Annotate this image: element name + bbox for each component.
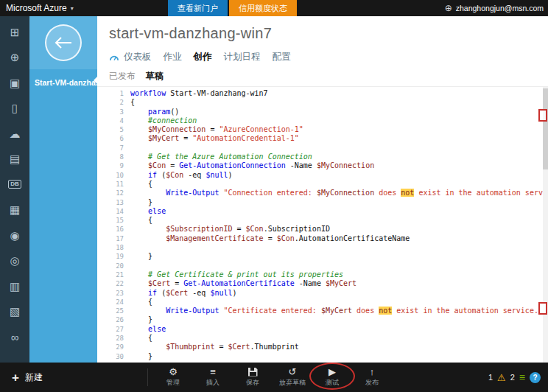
code-line: 21 # Get Certificate & print out its pro… xyxy=(97,270,548,279)
play-icon: ▶ xyxy=(329,367,336,377)
azure-logo[interactable]: Microsoft Azure xyxy=(6,3,67,13)
code-lines: 1workflow Start-VM-danzhang-win72{3 para… xyxy=(97,89,548,363)
help-button[interactable]: ? xyxy=(530,372,541,383)
cloud-services-icon[interactable]: ☁ xyxy=(0,121,29,147)
code-line: 5 $MyConnection = "AzureConnection-1" xyxy=(97,125,548,134)
main-content: start-vm-danzhang-win7 仪表板作业创作计划日程配置 已发布… xyxy=(97,16,548,363)
tab-items: 仪表板作业创作计划日程配置 xyxy=(124,51,291,63)
manage-command[interactable]: ⚙管理 xyxy=(153,363,193,392)
line-number: 17 xyxy=(97,234,130,243)
code-line: 10 if ($Con -eq $null) xyxy=(97,171,548,180)
info-count[interactable]: 2 xyxy=(510,373,515,382)
brand-area: Microsoft Azure ▾ xyxy=(6,0,74,16)
annotation-marker-1 xyxy=(538,109,547,122)
tab-author[interactable]: 创作 xyxy=(194,51,212,63)
service-bus-icon[interactable]: ◎ xyxy=(0,248,29,274)
media-services-icon: ◉ xyxy=(10,230,19,241)
command-label: 测试 xyxy=(326,378,339,388)
bi-icon[interactable]: ▧ xyxy=(0,299,29,325)
code-line: 22 $Cert = Get-AutomationCertificate -Na… xyxy=(97,279,548,288)
scrollbar-thumb[interactable] xyxy=(543,88,548,169)
credit-status-button[interactable]: 信用额度状态 xyxy=(229,0,297,16)
save-command[interactable]: 保存 xyxy=(233,363,273,392)
line-number: 21 xyxy=(97,270,130,279)
code-line: 20 xyxy=(97,262,548,270)
view-new-portal-button[interactable]: 查看新门户 xyxy=(168,0,228,16)
account-menu[interactable]: ⊕ zhanghongjun@msn.com xyxy=(445,0,544,16)
sidebar: ⊞⊕▣▯☁▤DB▦◉◎▥▧∞ xyxy=(0,16,29,363)
code-line: 27 else xyxy=(97,325,548,334)
code-line: 1workflow Start-VM-danzhang-win7 xyxy=(97,89,548,98)
azure-portal-window: Microsoft Azure ▾ 查看新门户 信用额度状态 ⊕ zhangho… xyxy=(0,0,548,392)
test-command[interactable]: ▶测试 xyxy=(312,363,352,392)
warning-triangle-icon: ⚠ xyxy=(497,373,506,382)
code-line: 11 { xyxy=(97,180,548,189)
sql-database-icon[interactable]: DB xyxy=(0,172,29,197)
line-number: 20 xyxy=(97,262,130,270)
warning-count[interactable]: 1 xyxy=(488,373,493,382)
chevron-down-icon[interactable]: ▾ xyxy=(71,5,74,12)
mobile-services-icon[interactable]: ▯ xyxy=(0,96,29,122)
tab-dashboard[interactable]: 仪表板 xyxy=(124,51,152,63)
line-number: 9 xyxy=(97,161,130,170)
line-number: 15 xyxy=(97,216,130,225)
code-line: 6 $MyCert = "AutomationCredential-1" xyxy=(97,134,548,143)
code-line: 25 Write-Output "Certificate entered: $M… xyxy=(97,307,548,315)
topbar-buttons: 查看新门户 信用额度状态 xyxy=(168,0,297,16)
scheduler-icon[interactable]: ▥ xyxy=(0,273,29,299)
line-number: 23 xyxy=(97,289,130,298)
back-arrow-icon xyxy=(55,37,72,49)
code-line: 8 # Get the Azure Automation Connection xyxy=(97,153,548,161)
media-services-icon[interactable]: ◉ xyxy=(0,223,29,248)
mobile-services-icon: ▯ xyxy=(12,102,18,113)
page-title: start-vm-danzhang-win7 xyxy=(109,25,548,42)
back-button[interactable] xyxy=(45,24,82,61)
code-line: 7 xyxy=(97,144,548,153)
code-line: 28 { xyxy=(97,334,548,343)
line-number: 4 xyxy=(97,116,130,125)
service-bus-icon: ◎ xyxy=(10,255,19,266)
command-label: 保存 xyxy=(246,378,259,388)
subtab-published[interactable]: 已发布 xyxy=(109,70,136,83)
code-line: 16 $SubscriptionID = $Con.SubscriptionID xyxy=(97,225,548,234)
tab-schedule[interactable]: 计划日程 xyxy=(224,51,261,63)
tab-configure[interactable]: 配置 xyxy=(273,51,291,63)
line-number: 13 xyxy=(97,198,130,207)
visual-studio-icon[interactable]: ∞ xyxy=(0,324,29,350)
account-email: zhanghongjun@msn.com xyxy=(456,4,544,13)
visual-studio-icon: ∞ xyxy=(11,332,19,343)
code-editor[interactable]: 1workflow Start-VM-danzhang-win72{3 para… xyxy=(97,86,548,363)
line-number: 16 xyxy=(97,225,130,234)
command-bar-divider xyxy=(147,368,148,386)
code-line: 3 param() xyxy=(97,108,548,116)
line-number: 19 xyxy=(97,252,130,261)
publish-command[interactable]: ↑发布 xyxy=(352,363,392,392)
runbook-name[interactable]: Start-VM-danzha... xyxy=(29,75,97,90)
line-number: 11 xyxy=(97,180,130,189)
wrench-icon: ⚙ xyxy=(169,367,178,377)
globe-icon: ⊕ xyxy=(445,3,452,13)
tab-jobs[interactable]: 作业 xyxy=(164,51,182,63)
line-number: 25 xyxy=(97,307,130,315)
code-line: 13 } xyxy=(97,198,548,207)
undo-arrow-icon: ↺ xyxy=(289,367,297,377)
code-line: 30 } xyxy=(97,352,548,361)
discard-draft-command[interactable]: ↺放弃草稿 xyxy=(273,363,312,392)
command-bar-commands: ⚙管理≡插入保存↺放弃草稿▶测试↑发布 xyxy=(153,363,392,392)
line-number: 7 xyxy=(97,144,130,153)
status-area: 1 ⚠ 2 ≡ ? xyxy=(488,363,541,392)
new-button[interactable]: + 新建 xyxy=(0,363,55,392)
virtual-machines-icon[interactable]: ▣ xyxy=(0,70,29,96)
storage-icon: ▦ xyxy=(10,204,20,215)
command-label: 管理 xyxy=(166,378,180,388)
line-number: 22 xyxy=(97,279,130,288)
editor-scrollbar[interactable] xyxy=(543,87,548,363)
web-sites-icon[interactable]: ⊕ xyxy=(0,45,29,71)
line-number: 2 xyxy=(97,98,130,107)
insert-command[interactable]: ≡插入 xyxy=(193,363,233,392)
batch-services-icon[interactable]: ▤ xyxy=(0,147,29,172)
subtab-draft[interactable]: 草稿 xyxy=(146,70,164,83)
storage-icon[interactable]: ▦ xyxy=(0,197,29,223)
line-number: 10 xyxy=(97,171,130,180)
all-items-icon[interactable]: ⊞ xyxy=(0,19,29,45)
